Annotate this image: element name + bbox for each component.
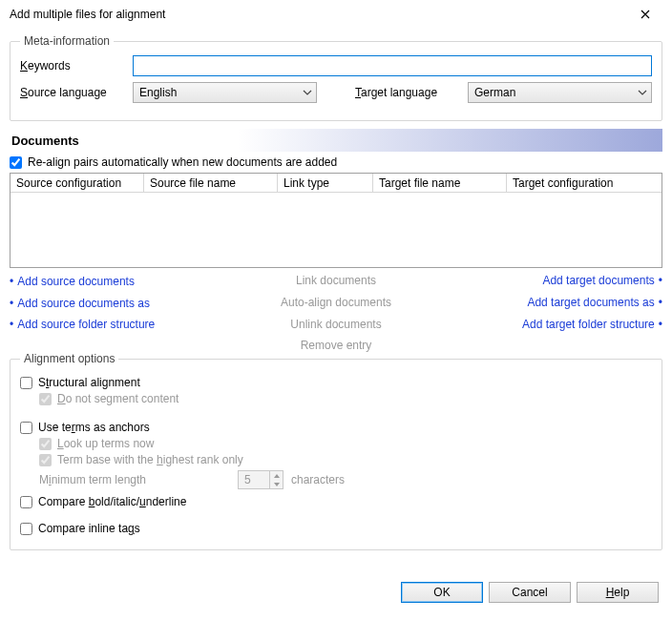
target-language-value: German — [474, 86, 515, 99]
alignment-options-legend: Alignment options — [20, 352, 118, 365]
title-bar: Add multiple files for alignment — [0, 0, 672, 29]
auto-align-documents-link: Auto-align documents — [281, 296, 391, 309]
col-target-file[interactable]: Target file name — [373, 174, 507, 192]
unlink-documents-link: Unlink documents — [290, 318, 381, 331]
chevron-down-icon — [274, 483, 280, 486]
meta-information-group: Meta-information Keywords Source languag… — [10, 34, 662, 121]
col-source-config[interactable]: Source configuration — [10, 174, 144, 192]
close-button[interactable] — [626, 3, 664, 26]
lookup-terms-label: Look up terms now — [57, 437, 154, 450]
add-target-documents-as-link[interactable]: Add target documents as — [527, 296, 662, 309]
lookup-terms-checkbox — [39, 438, 52, 450]
min-term-length-spinner: 5 — [238, 470, 284, 489]
keywords-label: Keywords — [20, 59, 133, 72]
dialog-button-row: OK Cancel Help — [391, 572, 668, 612]
meta-legend: Meta-information — [20, 34, 114, 48]
col-source-file[interactable]: Source file name — [144, 174, 278, 192]
link-documents-link: Link documents — [296, 274, 376, 287]
structural-alignment-label: Structural alignment — [38, 376, 140, 389]
chevron-up-icon — [274, 474, 280, 478]
use-terms-label: Use terms as anchors — [38, 421, 150, 434]
realign-checkbox[interactable] — [10, 156, 22, 169]
documents-heading: Documents — [11, 134, 79, 148]
termbase-highest-checkbox — [39, 454, 52, 466]
realign-label: Re-align pairs automatically when new do… — [28, 155, 337, 169]
compare-biu-label: Compare bold/italic/underline — [38, 495, 186, 508]
add-source-folder-link[interactable]: Add source folder structure — [10, 318, 155, 331]
col-target-config[interactable]: Target configuration — [507, 174, 662, 192]
source-language-value: English — [139, 86, 177, 99]
add-target-documents-link[interactable]: Add target documents — [542, 274, 662, 287]
compare-inline-label: Compare inline tags — [38, 522, 140, 535]
table-header-row: Source configuration Source file name Li… — [10, 174, 662, 193]
documents-table: Source configuration Source file name Li… — [10, 173, 662, 268]
realign-checkbox-row: Re-align pairs automatically when new do… — [10, 155, 662, 169]
termbase-highest-label: Term base with the highest rank only — [57, 453, 243, 466]
source-language-select[interactable]: English — [133, 82, 317, 103]
compare-inline-checkbox[interactable] — [20, 523, 32, 535]
spinner-down-button — [270, 480, 283, 488]
do-not-segment-label: Do not segment content — [57, 392, 178, 405]
document-actions: Add source documents Link documents Add … — [10, 274, 662, 352]
target-language-label: Target language — [355, 86, 468, 99]
structural-alignment-checkbox[interactable] — [20, 377, 32, 389]
alignment-options-group: Alignment options Structural alignment D… — [10, 352, 662, 550]
chevron-down-icon — [638, 88, 647, 97]
ok-button[interactable]: OK — [401, 582, 483, 603]
remove-entry-link: Remove entry — [301, 339, 372, 352]
keywords-input[interactable] — [133, 55, 652, 76]
add-target-folder-link[interactable]: Add target folder structure — [522, 318, 662, 331]
cancel-button[interactable]: Cancel — [489, 582, 571, 603]
chevron-down-icon — [303, 88, 312, 97]
add-source-documents-link[interactable]: Add source documents — [10, 275, 135, 288]
source-language-label: Source language — [20, 86, 133, 99]
use-terms-checkbox[interactable] — [20, 422, 32, 434]
do-not-segment-checkbox — [39, 393, 52, 405]
help-button[interactable]: Help — [577, 582, 659, 603]
target-language-select[interactable]: German — [468, 82, 652, 103]
min-term-length-value: 5 — [244, 473, 251, 486]
col-link-type[interactable]: Link type — [278, 174, 373, 192]
documents-heading-bar: Documents — [10, 129, 662, 152]
min-term-length-label: Minimum term length — [39, 473, 230, 486]
compare-biu-checkbox[interactable] — [20, 496, 32, 508]
min-term-length-suffix: characters — [291, 473, 345, 486]
spinner-up-button — [270, 471, 283, 480]
close-icon — [640, 10, 650, 19]
window-title: Add multiple files for alignment — [10, 8, 165, 21]
add-source-documents-as-link[interactable]: Add source documents as — [10, 297, 150, 310]
